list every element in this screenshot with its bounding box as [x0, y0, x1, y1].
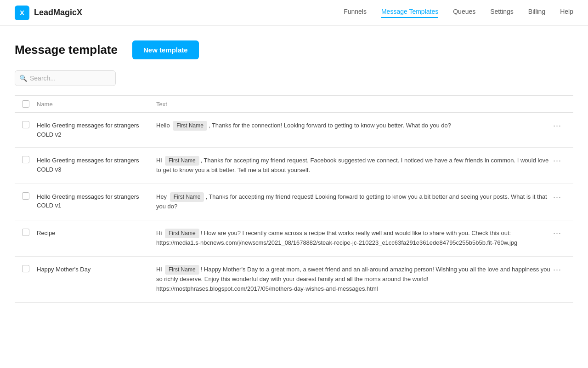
row-checkbox[interactable] — [22, 265, 29, 272]
row-actions-col: ··· — [551, 229, 573, 238]
row-text: Hi First Name, Thanks for accepting my f… — [156, 156, 551, 175]
table-row: RecipeHi First Name! How are you? I rece… — [15, 220, 573, 257]
header-check-col — [15, 100, 37, 108]
header-name-col: Name — [37, 101, 156, 108]
first-name-badge: First Name — [170, 192, 204, 202]
row-name: Recipe — [37, 229, 156, 238]
row-checkbox[interactable] — [22, 192, 29, 200]
logo-icon: X — [15, 6, 29, 20]
nav-link-queues[interactable]: Queues — [453, 8, 475, 18]
search-icon: 🔍 — [19, 75, 27, 82]
row-text: Hi First Name! Happy Mother's Day to a g… — [156, 265, 551, 294]
template-table: Name Text Hello Greeting messages for st… — [15, 95, 573, 303]
nav-link-funnels[interactable]: Funnels — [344, 8, 367, 18]
header-text-col: Text — [156, 101, 551, 108]
brand-name: LeadMagicX — [34, 8, 82, 17]
row-check-col — [15, 156, 37, 163]
row-actions-col: ··· — [551, 192, 573, 202]
row-actions-col: ··· — [551, 121, 573, 131]
row-actions-col: ··· — [551, 156, 573, 166]
row-name: Hello Greeting messages for strangers CO… — [37, 121, 156, 139]
logo: X LeadMagicX — [15, 6, 82, 20]
first-name-badge: First Name — [165, 265, 199, 275]
row-check-col — [15, 192, 37, 200]
row-check-col — [15, 121, 37, 128]
row-more-button[interactable]: ··· — [551, 156, 563, 166]
row-name: Hello Greeting messages for strangers CO… — [37, 192, 156, 210]
row-more-button[interactable]: ··· — [551, 121, 563, 131]
header-checkbox[interactable] — [22, 100, 29, 108]
row-name: Hello Greeting messages for strangers CO… — [37, 156, 156, 174]
first-name-badge: First Name — [165, 229, 199, 238]
first-name-badge: First Name — [165, 156, 199, 166]
row-name: Happy Mother's Day — [37, 265, 156, 274]
search-input[interactable] — [15, 70, 116, 86]
page-header: Message template New template — [15, 40, 573, 59]
table-row: Hello Greeting messages for strangers CO… — [15, 113, 573, 148]
new-template-button[interactable]: New template — [132, 40, 199, 59]
row-text: Hello First Name, Thanks for the connect… — [156, 121, 551, 131]
nav-links: FunnelsMessage TemplatesQueuesSettingsBi… — [344, 8, 573, 18]
table-row: Hello Greeting messages for strangers CO… — [15, 148, 573, 184]
row-check-col — [15, 265, 37, 272]
search-wrapper: 🔍 — [15, 70, 116, 86]
table-row: Hello Greeting messages for strangers CO… — [15, 184, 573, 220]
row-text: Hi First Name! How are you? I recently c… — [156, 229, 551, 248]
nav-link-billing[interactable]: Billing — [528, 8, 545, 18]
table-body: Hello Greeting messages for strangers CO… — [15, 113, 573, 303]
row-check-col — [15, 229, 37, 236]
row-checkbox[interactable] — [22, 156, 29, 163]
nav-link-help[interactable]: Help — [560, 8, 573, 18]
row-actions-col: ··· — [551, 265, 573, 275]
nav-link-message-templates[interactable]: Message Templates — [381, 8, 438, 18]
first-name-badge: First Name — [173, 121, 207, 131]
row-checkbox[interactable] — [22, 121, 29, 128]
nav-link-settings[interactable]: Settings — [490, 8, 514, 18]
navbar: X LeadMagicX FunnelsMessage TemplatesQue… — [0, 0, 588, 26]
row-more-button[interactable]: ··· — [551, 229, 563, 238]
table-header: Name Text — [15, 96, 573, 113]
row-text: Hey First Name, Thanks for accepting my … — [156, 192, 551, 212]
row-checkbox[interactable] — [22, 229, 29, 236]
table-row: Happy Mother's DayHi First Name! Happy M… — [15, 257, 573, 303]
row-more-button[interactable]: ··· — [551, 265, 563, 275]
page-content: Message template New template 🔍 Name Tex… — [0, 26, 588, 303]
page-title: Message template — [15, 43, 118, 57]
row-more-button[interactable]: ··· — [551, 192, 563, 202]
